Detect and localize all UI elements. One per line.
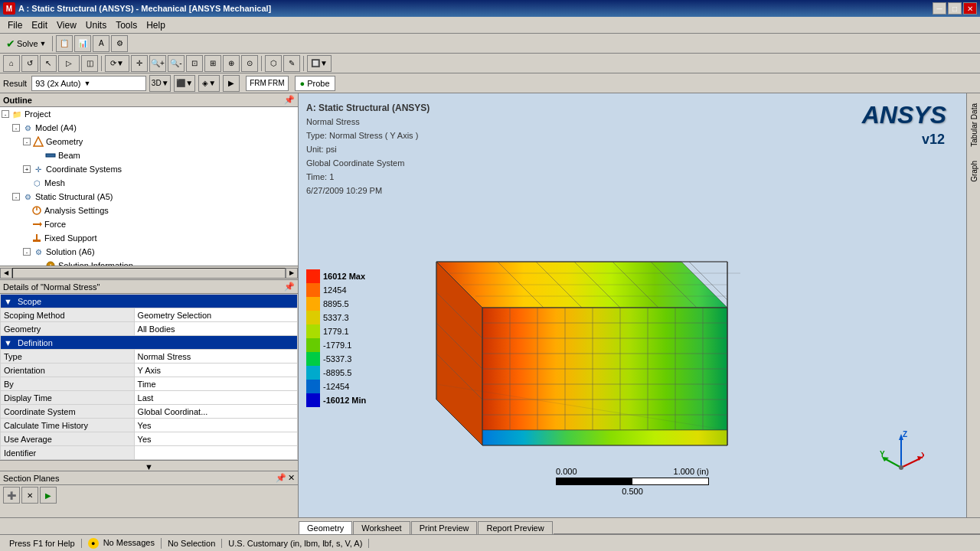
val-calc-time[interactable]: Yes: [134, 419, 297, 432]
outline-content[interactable]: - 📁 Project - ⚙ Model (A4) -: [0, 107, 298, 266]
tree-support[interactable]: Fixed Support: [0, 231, 298, 245]
val-scoping[interactable]: Geometry Selection: [134, 308, 297, 322]
viewport[interactable]: A: Static Structural (ANSYS) Normal Stre…: [299, 93, 966, 517]
details-scroll-down[interactable]: ▼: [0, 460, 298, 471]
expand-project[interactable]: -: [2, 110, 9, 118]
tree-geometry[interactable]: - Geometry: [0, 135, 298, 148]
tree-sol-info[interactable]: i Solution Information: [0, 259, 298, 266]
tb-anno[interactable]: ✎: [283, 55, 300, 72]
outline-scrollbar: ◀ ▶: [0, 266, 298, 279]
tabular-data-tab[interactable]: Tabular Data: [968, 96, 980, 154]
tb-zoomout[interactable]: 🔍-: [168, 55, 185, 72]
tree-analysis[interactable]: Analysis Settings: [0, 204, 298, 217]
svg-rect-6: [33, 240, 41, 242]
tb-zoom2[interactable]: ⊙: [241, 55, 258, 72]
tree-project[interactable]: - 📁 Project: [0, 107, 298, 121]
result-dropdown[interactable]: 93 (2x Auto) ▼: [31, 76, 146, 91]
details-title: Details of "Normal Stress": [3, 282, 100, 292]
close-button[interactable]: ✕: [963, 2, 977, 15]
h-scrollbar[interactable]: [12, 268, 286, 279]
menu-edit[interactable]: Edit: [27, 18, 52, 32]
tb-view-drop[interactable]: 🔲▼: [307, 55, 332, 72]
tb-nav3[interactable]: ▷: [58, 55, 80, 72]
menu-tools[interactable]: Tools: [111, 18, 142, 32]
section-del-btn[interactable]: ✕: [21, 487, 38, 504]
val-geometry[interactable]: All Bodies: [134, 322, 297, 336]
expand-model[interactable]: -: [12, 124, 20, 132]
menu-view[interactable]: View: [52, 18, 81, 32]
menu-help[interactable]: Help: [142, 18, 170, 32]
val-identifier[interactable]: [134, 446, 297, 460]
tree-solution[interactable]: - ⚙ Solution (A6): [0, 245, 298, 259]
tb-btn3[interactable]: A: [93, 35, 109, 52]
tb-render[interactable]: ⬛▼: [174, 75, 195, 92]
val-orientation[interactable]: Y Axis: [134, 364, 297, 377]
legend-color-9: [306, 393, 320, 407]
expand-coord[interactable]: +: [23, 165, 31, 173]
tb-mesh[interactable]: ⬡: [265, 55, 282, 72]
project-icon: 📁: [11, 108, 23, 120]
section-title: Section Planes: [3, 474, 59, 483]
tab-geometry[interactable]: Geometry: [299, 521, 352, 534]
tb-nav1[interactable]: ⌂: [3, 55, 20, 72]
val-type[interactable]: Normal Stress: [134, 350, 297, 364]
tb-pan[interactable]: ✛: [131, 55, 148, 72]
tb-3d-view[interactable]: 3D▼: [149, 75, 171, 92]
expand-static[interactable]: -: [12, 193, 20, 201]
tb-zoomin[interactable]: 🔍+: [149, 55, 166, 72]
tree-static[interactable]: - ⚙ Static Structural (A5): [0, 190, 298, 204]
graph-tab[interactable]: Graph: [968, 154, 980, 189]
tb-btn1[interactable]: 📋: [56, 35, 73, 52]
tb-btn4[interactable]: ⚙: [111, 35, 128, 52]
beam-visualization: [360, 170, 773, 493]
tab-report-preview[interactable]: Report Preview: [478, 521, 552, 534]
tb-zoom-box[interactable]: ⊡: [186, 55, 203, 72]
scale-bar-graphic: [556, 478, 709, 485]
section-play-btn[interactable]: ▶: [40, 487, 57, 504]
row-geometry: Geometry All Bodies: [1, 322, 298, 336]
tb-nav4[interactable]: ◫: [81, 55, 98, 72]
tb-btn2[interactable]: 📊: [74, 35, 91, 52]
menu-file[interactable]: File: [3, 18, 27, 32]
scroll-left[interactable]: ◀: [0, 268, 12, 279]
def-collapse[interactable]: ▼: [4, 338, 12, 347]
tree-coord[interactable]: + ✛ Coordinate Systems: [0, 162, 298, 176]
scope-collapse[interactable]: ▼: [4, 297, 12, 306]
details-pin[interactable]: 📌: [284, 282, 295, 292]
scroll-right[interactable]: ▶: [286, 268, 298, 279]
svg-text:Y: Y: [880, 450, 885, 458]
probe-button[interactable]: Probe: [307, 79, 329, 88]
svg-text:X: X: [921, 452, 924, 460]
section-close[interactable]: ✕: [288, 473, 295, 483]
expand-geometry[interactable]: -: [23, 138, 31, 145]
expand-solution[interactable]: -: [23, 248, 31, 256]
val-by[interactable]: Time: [134, 377, 297, 391]
tab-worksheet[interactable]: Worksheet: [353, 521, 410, 534]
minimize-button[interactable]: ─: [933, 2, 946, 15]
legend-color-7: [306, 366, 320, 380]
menu-units[interactable]: Units: [81, 18, 111, 32]
analysis-label: Analysis Settings: [44, 206, 109, 215]
tree-mesh[interactable]: ⬡ Mesh: [0, 176, 298, 190]
outline-pin[interactable]: 📌: [284, 95, 295, 105]
tree-beam[interactable]: Beam: [0, 148, 298, 162]
tb-rotate[interactable]: ⟳▼: [105, 55, 129, 72]
tb-arrow-right[interactable]: ▶: [223, 75, 240, 92]
tree-force[interactable]: Force: [0, 217, 298, 231]
tb-nav2[interactable]: ↺: [21, 55, 38, 72]
tb-zoom-sel[interactable]: ⊕: [223, 55, 240, 72]
tb-select[interactable]: ↖: [40, 55, 57, 72]
tb-overlay[interactable]: ◈▼: [198, 75, 220, 92]
maximize-button[interactable]: □: [948, 2, 962, 15]
legend-item-6: -5337.3: [306, 352, 351, 366]
tree-model[interactable]: - ⚙ Model (A4): [0, 121, 298, 135]
tab-print-preview[interactable]: Print Preview: [411, 521, 478, 534]
tb-fit[interactable]: ⊞: [204, 55, 221, 72]
section-add-btn[interactable]: ➕: [3, 487, 20, 504]
val-coord-sys[interactable]: Global Coordinat...: [134, 405, 297, 419]
tb-solve-btn[interactable]: ✔ Solve ▼: [3, 35, 49, 52]
section-pin[interactable]: 📌: [276, 473, 286, 483]
beam-svg-element: [360, 170, 773, 491]
val-display-time[interactable]: Last: [134, 391, 297, 405]
val-use-avg[interactable]: Yes: [134, 432, 297, 446]
